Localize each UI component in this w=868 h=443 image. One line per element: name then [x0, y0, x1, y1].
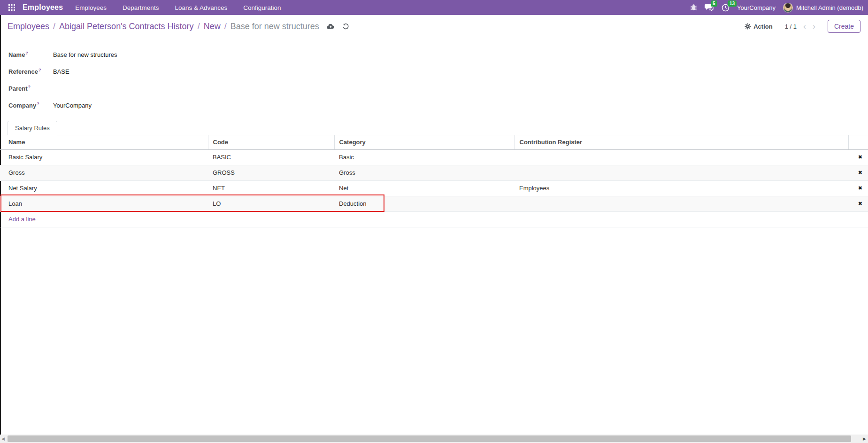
- cell-category[interactable]: Deduction: [334, 196, 515, 211]
- cell-register[interactable]: [515, 149, 848, 165]
- field-name-label: Name?: [8, 51, 53, 58]
- field-reference-label: Reference?: [8, 68, 53, 75]
- help-icon: ?: [28, 85, 31, 89]
- cell-category[interactable]: Gross: [334, 165, 515, 180]
- delete-row-icon[interactable]: ✖: [848, 165, 868, 180]
- cell-code[interactable]: GROSS: [208, 165, 334, 180]
- field-name-value[interactable]: Base for new structures: [53, 51, 117, 58]
- scroll-right-arrow-icon[interactable]: ▶: [863, 435, 866, 443]
- top-navbar: Employees Employees Departments Loans & …: [0, 0, 868, 15]
- delete-row-icon[interactable]: ✖: [848, 149, 868, 165]
- table-row[interactable]: Net Salary NET Net Employees ✖: [0, 180, 868, 196]
- action-menu-button[interactable]: Action: [745, 23, 772, 30]
- apps-grid-icon[interactable]: [6, 1, 18, 14]
- field-reference: Reference? BASE: [8, 63, 868, 80]
- action-label: Action: [753, 23, 772, 30]
- cell-register[interactable]: [515, 196, 848, 211]
- tab-salary-rules[interactable]: Salary Rules: [8, 121, 57, 135]
- horizontal-scrollbar[interactable]: ◀ ▶: [0, 435, 868, 443]
- add-a-line-row: Add a line: [0, 211, 868, 227]
- cell-code[interactable]: BASIC: [208, 149, 334, 165]
- cell-code[interactable]: LO: [208, 196, 334, 211]
- header-actions: [848, 135, 868, 149]
- help-icon: ?: [37, 101, 39, 106]
- table-row-highlighted[interactable]: Loan LO Deduction ✖: [0, 196, 868, 211]
- field-company-label: Company?: [8, 101, 53, 109]
- cell-register[interactable]: Employees: [515, 180, 848, 196]
- delete-row-icon[interactable]: ✖: [848, 196, 868, 211]
- menu-loans-advances[interactable]: Loans & Advances: [175, 4, 227, 11]
- scroll-left-arrow-icon[interactable]: ◀: [1, 435, 5, 443]
- field-name: Name? Base for new structures: [8, 46, 868, 63]
- field-parent-label: Parent?: [8, 85, 53, 92]
- record-dirty-indicators: [327, 23, 349, 30]
- activities-count-badge: 13: [728, 0, 737, 7]
- systray: 5 13 YourCompany Mitchell Admin (demodb): [690, 3, 863, 13]
- cell-name[interactable]: Gross: [0, 165, 208, 180]
- messages-icon[interactable]: 5: [705, 4, 714, 11]
- field-company-value[interactable]: YourCompany: [53, 102, 92, 109]
- user-menu[interactable]: Mitchell Admin (demodb): [783, 3, 863, 13]
- header-code[interactable]: Code: [208, 135, 334, 149]
- cell-name[interactable]: Net Salary: [0, 180, 208, 196]
- breadcrumb-contracts-history[interactable]: Abigail Peterson's Contracts History: [59, 22, 194, 31]
- discard-undo-icon[interactable]: [342, 23, 349, 30]
- app-brand[interactable]: Employees: [23, 3, 63, 12]
- cell-code[interactable]: NET: [208, 180, 334, 196]
- scrollbar-thumb[interactable]: [8, 435, 851, 442]
- help-icon: ?: [38, 68, 41, 72]
- notebook-tabs: Salary Rules: [0, 120, 868, 135]
- cell-category[interactable]: Net: [334, 180, 515, 196]
- breadcrumb-new[interactable]: New: [204, 22, 221, 31]
- messages-count-badge: 5: [711, 0, 717, 7]
- breadcrumb: Employees / Abigail Peterson's Contracts…: [8, 22, 319, 31]
- header-contribution-register[interactable]: Contribution Register: [515, 135, 848, 149]
- pager-next-icon[interactable]: ›: [813, 22, 815, 31]
- delete-row-icon[interactable]: ✖: [848, 180, 868, 196]
- control-panel: Employees / Abigail Peterson's Contracts…: [0, 15, 868, 38]
- field-parent: Parent?: [8, 80, 868, 97]
- table-row[interactable]: Gross GROSS Gross ✖: [0, 165, 868, 180]
- table-header-row: Name Code Category Contribution Register: [0, 135, 868, 149]
- menu-departments[interactable]: Departments: [123, 4, 159, 11]
- header-name[interactable]: Name: [0, 135, 208, 149]
- cell-category[interactable]: Basic: [334, 149, 515, 165]
- gear-icon: [745, 23, 751, 30]
- cell-name[interactable]: Loan: [0, 196, 208, 211]
- pager-previous-icon[interactable]: ‹: [803, 22, 806, 31]
- save-cloud-icon[interactable]: [327, 23, 335, 30]
- table-row[interactable]: Basic Salary BASIC Basic ✖: [0, 149, 868, 165]
- header-category[interactable]: Category: [334, 135, 515, 149]
- add-a-line-link[interactable]: Add a line: [0, 211, 868, 227]
- control-panel-right: Action 1 / 1 ‹ › Create: [745, 20, 860, 33]
- breadcrumb-separator: /: [53, 22, 55, 31]
- create-button[interactable]: Create: [828, 20, 860, 33]
- menu-employees[interactable]: Employees: [75, 4, 107, 11]
- form-sheet: Name? Base for new structures Reference?…: [0, 38, 868, 114]
- menu-configuration[interactable]: Configuration: [243, 4, 281, 11]
- cell-name[interactable]: Basic Salary: [0, 149, 208, 165]
- breadcrumb-current: Base for new structures: [230, 22, 319, 31]
- breadcrumb-separator: /: [198, 22, 200, 31]
- activities-clock-icon[interactable]: 13: [722, 4, 730, 12]
- help-icon: ?: [25, 51, 28, 55]
- field-reference-value[interactable]: BASE: [53, 68, 69, 75]
- user-name: Mitchell Admin (demodb): [796, 4, 863, 11]
- field-company: Company? YourCompany: [8, 97, 868, 114]
- main-menu: Employees Departments Loans & Advances C…: [75, 4, 281, 11]
- company-switcher[interactable]: YourCompany: [737, 4, 776, 11]
- cell-register[interactable]: [515, 165, 848, 180]
- breadcrumb-employees[interactable]: Employees: [8, 22, 49, 31]
- user-avatar: [783, 3, 793, 13]
- debug-bug-icon[interactable]: [690, 4, 697, 11]
- breadcrumb-separator: /: [224, 22, 227, 31]
- pager-value[interactable]: 1 / 1: [785, 23, 797, 30]
- pager: 1 / 1 ‹ ›: [785, 22, 815, 31]
- salary-rules-list: Name Code Category Contribution Register…: [0, 135, 868, 227]
